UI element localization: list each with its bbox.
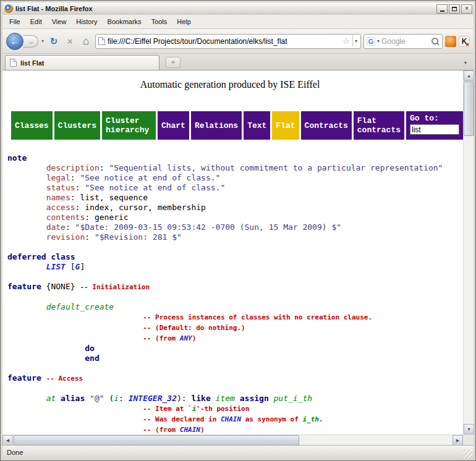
- nav-button-relations[interactable]: Relations: [191, 111, 242, 140]
- code-line: -- (from CHAIN): [7, 425, 463, 434]
- scroll-left-button[interactable]: ◀: [2, 435, 13, 446]
- page-favicon: [98, 37, 105, 45]
- nav-button-contracts[interactable]: Contracts: [301, 111, 352, 140]
- code-line: note: [7, 153, 463, 163]
- keyword: note: [7, 153, 27, 163]
- horizontal-scroll-thumb[interactable]: [14, 435, 299, 446]
- vertical-scroll-thumb[interactable]: [464, 82, 474, 136]
- code-line: LIST [G]: [7, 262, 463, 272]
- url-text[interactable]: file:///C:/Eiffel Projects/tour/Document…: [108, 37, 340, 46]
- comment: -- Process instances of classes with no …: [143, 313, 372, 321]
- comment: as synonym of: [241, 415, 302, 423]
- code-text: [56, 394, 61, 403]
- scroll-down-button[interactable]: ▼: [464, 424, 474, 434]
- extension-icon-k[interactable]: K: [459, 36, 470, 47]
- code-line: -- Process instances of classes with no …: [7, 312, 463, 323]
- firefox-icon: [4, 4, 13, 13]
- nav-button-cluster-hierarchy[interactable]: Cluster hierarchy: [102, 111, 156, 140]
- menu-item-file[interactable]: File: [4, 16, 25, 27]
- scroll-up-button[interactable]: ▲: [464, 70, 474, 81]
- maximize-button[interactable]: [449, 4, 460, 14]
- comment: -- Initialization: [80, 283, 150, 291]
- code-text: :: [70, 173, 80, 182]
- class-link[interactable]: INTEGER_32: [129, 394, 177, 403]
- minimize-button[interactable]: [436, 4, 448, 14]
- code-text: [211, 394, 216, 403]
- code-line: -- (Default: do nothing.): [7, 323, 463, 333]
- search-icon[interactable]: [431, 37, 440, 46]
- code-line: description: "Sequential lists, without …: [7, 163, 463, 173]
- stop-button[interactable]: ×: [63, 35, 77, 48]
- comment: -- (from: [143, 426, 180, 434]
- class-link[interactable]: LIST: [46, 262, 66, 271]
- nav-button-flat[interactable]: Flat: [272, 111, 299, 140]
- minimize-icon: [440, 11, 444, 12]
- status-text: Done: [7, 449, 464, 456]
- list-all-tabs-button[interactable]: ▾: [460, 57, 471, 68]
- code-line: -- Item at `i'-th position: [7, 404, 463, 414]
- code-text: :: [100, 163, 109, 172]
- code-line: [7, 242, 463, 252]
- code-line: [7, 363, 463, 373]
- code-text: (: [104, 394, 114, 403]
- scroll-right-button[interactable]: ▶: [453, 435, 463, 446]
- search-box[interactable]: G ▾ Google: [363, 34, 443, 49]
- nav-button-text[interactable]: Text: [244, 111, 270, 140]
- menu-bar: FileEditViewHistoryBookmarksToolsHelp: [2, 15, 474, 29]
- window-title: list Flat - Mozilla Firefox: [15, 5, 434, 12]
- window-controls: ×: [436, 4, 472, 14]
- menu-item-history[interactable]: History: [71, 16, 102, 27]
- nav-button-classes[interactable]: Classes: [11, 111, 53, 140]
- url-dropdown-icon[interactable]: ▾: [352, 35, 359, 47]
- keyword: assign: [240, 394, 269, 403]
- reload-button[interactable]: ↻: [47, 35, 61, 48]
- keyword: deferred class: [7, 252, 75, 261]
- string-literal: "@": [90, 394, 104, 403]
- forward-button[interactable]: →: [23, 35, 38, 48]
- menu-item-view[interactable]: View: [47, 16, 72, 27]
- nav-button-label: Go to:: [410, 114, 439, 123]
- maximize-icon: [452, 7, 457, 11]
- page-content: Automatic generation produced by ISE Eif…: [2, 70, 463, 434]
- code-line: legal: "See notice at end of class.": [7, 173, 463, 183]
- history-dropdown-icon[interactable]: ▾: [41, 38, 45, 44]
- search-input[interactable]: Google: [381, 37, 429, 46]
- google-engine-icon[interactable]: G: [367, 37, 375, 46]
- nav-button-go-to[interactable]: Go to:: [406, 111, 463, 140]
- search-engine-dropdown-icon[interactable]: ▾: [377, 38, 380, 44]
- menu-item-edit[interactable]: Edit: [25, 16, 47, 27]
- class-link[interactable]: CHAIN: [180, 426, 200, 434]
- new-tab-button[interactable]: +: [166, 57, 181, 68]
- goto-input[interactable]: [410, 124, 459, 135]
- code-line: names: list, sequence: [7, 193, 463, 203]
- address-bar[interactable]: file:///C:/Eiffel Projects/tour/Document…: [95, 34, 361, 49]
- resize-grip[interactable]: [464, 450, 472, 459]
- keyword: feature: [7, 282, 41, 291]
- class-link[interactable]: CHAIN: [221, 415, 241, 423]
- menu-item-tools[interactable]: Tools: [147, 16, 172, 27]
- feature-name: i: [114, 394, 119, 403]
- horizontal-scrollbar[interactable]: ◀ ▶: [2, 434, 463, 445]
- back-button[interactable]: ←: [6, 33, 23, 50]
- vertical-scrollbar[interactable]: ▲ ▼: [463, 70, 474, 434]
- home-button[interactable]: ⌂: [79, 35, 93, 48]
- close-button[interactable]: ×: [461, 4, 472, 14]
- tab-list-flat[interactable]: list Flat: [5, 55, 159, 70]
- class-link[interactable]: ANY: [180, 334, 192, 342]
- string-literal: "See notice at end of class.": [85, 183, 225, 192]
- tab-bar: list Flat + ▾: [2, 54, 474, 70]
- nav-button-chart[interactable]: Chart: [158, 111, 189, 140]
- code-line: feature {NONE} -- Initialization: [7, 282, 463, 292]
- browser-viewport: Automatic generation produced by ISE Eif…: [2, 70, 474, 445]
- code-line: status: "See notice at end of class.": [7, 183, 463, 193]
- nav-button-flat-contracts[interactable]: Flat contracts: [354, 111, 404, 140]
- code-line: deferred class: [7, 252, 463, 262]
- menu-item-bookmarks[interactable]: Bookmarks: [103, 16, 147, 27]
- bookmark-star-icon[interactable]: ☆: [342, 37, 350, 45]
- extension-icon-orange[interactable]: [445, 36, 456, 47]
- nav-button-clusters[interactable]: Clusters: [54, 111, 100, 140]
- code-line: date: "$Date: 2009-03-15 09:53:42 -0700 …: [7, 222, 463, 232]
- comment: ): [192, 334, 197, 342]
- menu-item-help[interactable]: Help: [172, 16, 196, 27]
- title-bar[interactable]: list Flat - Mozilla Firefox ×: [2, 2, 474, 15]
